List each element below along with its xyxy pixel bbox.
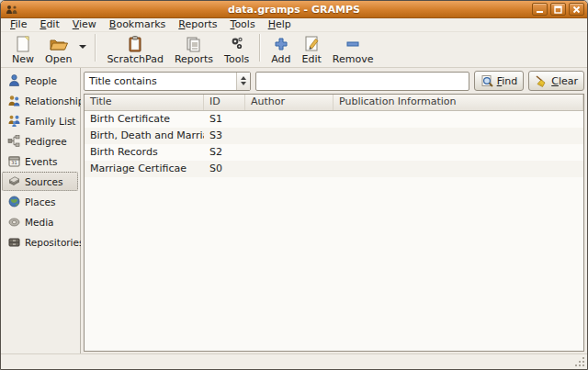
sidebar-item-label: People (25, 75, 57, 86)
cell-id: S2 (204, 144, 245, 161)
resize-grip[interactable] (574, 356, 585, 367)
cell-title: Birth Certificate (85, 111, 204, 128)
close-icon (572, 6, 581, 14)
toolbar-separator (259, 34, 261, 62)
cell-title: Marriage Certificae (85, 161, 204, 177)
sidebar-item-relationships[interactable]: Relationships (2, 91, 78, 110)
minimize-icon (536, 6, 544, 14)
minimize-button[interactable] (532, 3, 548, 16)
edit-button-label: Edit (302, 53, 322, 65)
add-button[interactable]: Add (266, 33, 296, 66)
sidebar-item-label: Repositories (25, 237, 84, 248)
menu-edit[interactable]: Edit (33, 18, 65, 31)
menu-tools[interactable]: Tools (224, 18, 262, 31)
column-header-author[interactable]: Author (245, 95, 334, 110)
toolbar: New Open ScratchPad Reports Tools (1, 32, 587, 68)
reports-button[interactable]: Reports (169, 33, 219, 66)
sidebar-item-repositories[interactable]: Repositories (2, 232, 78, 252)
sidebar-item-family-list[interactable]: Family List (2, 111, 78, 130)
sources-table: Title ID Author Publication Information … (84, 94, 584, 352)
menu-view[interactable]: View (66, 18, 103, 31)
clear-button[interactable]: Clear (528, 71, 584, 91)
open-dropdown-button[interactable] (77, 34, 88, 60)
sidebar-item-label: Media (25, 217, 54, 228)
cell-title: Birth, Death and Marriage R... (85, 128, 204, 144)
remove-button[interactable]: Remove (327, 33, 379, 66)
remove-minus-icon (345, 35, 361, 53)
clear-button-label: Clear (551, 75, 578, 87)
cell-author (245, 111, 334, 128)
cell-id: S3 (204, 128, 245, 144)
sidebar-item-label: Relationships (25, 95, 89, 107)
sidebar-item-label: Family List (25, 116, 75, 127)
edit-pencil-icon (302, 35, 321, 53)
close-button[interactable] (569, 3, 584, 16)
table-row[interactable]: Marriage Certificae S0 (85, 161, 583, 177)
new-button-label: New (12, 53, 34, 65)
status-bar (1, 353, 587, 369)
cell-publication (334, 111, 583, 128)
scratchpad-button-label: ScratchPad (107, 53, 164, 65)
menu-file[interactable]: File (4, 18, 33, 31)
open-button[interactable]: Open (40, 33, 77, 66)
maximize-button[interactable] (550, 3, 566, 16)
filter-combo-value: Title contains (85, 75, 236, 87)
sidebar-item-label: Events (25, 156, 58, 167)
sidebar-item-label: Sources (25, 176, 63, 187)
scratchpad-button[interactable]: ScratchPad (101, 33, 169, 66)
menu-bookmarks[interactable]: Bookmarks (103, 18, 172, 31)
cell-author (245, 128, 334, 144)
titlebar[interactable]: data.gramps - GRAMPS (1, 1, 587, 18)
table-row[interactable]: Birth Records S2 (85, 144, 583, 161)
sources-view: Title contains Find Clear Title ID (81, 68, 587, 353)
open-folder-icon (49, 35, 69, 53)
find-button[interactable]: Find (474, 71, 525, 91)
sidebar-item-places[interactable]: Places (2, 192, 78, 211)
gramps-window: data.gramps - GRAMPS File Edit View Book… (0, 0, 588, 370)
menu-help[interactable]: Help (262, 18, 298, 31)
clear-broom-icon (535, 74, 548, 88)
toolbar-separator (95, 34, 96, 62)
maximize-icon (554, 6, 562, 14)
table-row[interactable]: Birth Certificate S1 (85, 111, 583, 128)
svg-text:31: 31 (11, 160, 17, 165)
filter-text-input[interactable] (255, 72, 469, 91)
sidebar-item-events[interactable]: 31 Events (2, 151, 78, 171)
filter-bar: Title contains Find Clear (81, 68, 587, 94)
globe-icon (7, 195, 21, 208)
app-window-icon (6, 4, 18, 16)
filter-combo[interactable]: Title contains (84, 72, 251, 91)
sidebar-item-label: Places (25, 196, 55, 207)
menu-reports[interactable]: Reports (172, 18, 223, 31)
cell-author (245, 144, 334, 161)
sidebar-item-pedigree[interactable]: Pedigree (2, 131, 78, 151)
tools-button[interactable]: Tools (219, 33, 254, 66)
column-header-publication[interactable]: Publication Information (334, 95, 583, 110)
view-sidebar: People Relationships Family List Pedigre… (1, 68, 81, 353)
remove-button-label: Remove (333, 53, 374, 65)
cell-publication (334, 161, 583, 177)
edit-button[interactable]: Edit (297, 33, 327, 66)
find-button-label: Find (497, 75, 518, 87)
person-icon (7, 73, 21, 87)
table-row[interactable]: Birth, Death and Marriage R... S3 (85, 128, 583, 144)
column-header-title[interactable]: Title (85, 95, 204, 110)
add-button-label: Add (271, 53, 290, 65)
add-plus-icon (273, 35, 289, 53)
cell-publication (334, 144, 583, 161)
cell-publication (334, 128, 583, 144)
pedigree-icon (7, 134, 21, 148)
column-header-id[interactable]: ID (204, 95, 245, 110)
new-document-icon (14, 35, 32, 53)
sidebar-item-sources[interactable]: Sources (2, 172, 78, 191)
reports-button-label: Reports (175, 53, 213, 65)
gears-icon (228, 35, 246, 53)
sidebar-item-media[interactable]: Media (2, 212, 78, 231)
window-title: data.gramps - GRAMPS (1, 4, 587, 16)
new-button[interactable]: New (6, 33, 40, 66)
chevron-down-icon (79, 45, 86, 49)
sidebar-item-people[interactable]: People (2, 71, 78, 90)
open-button-label: Open (45, 53, 72, 65)
combo-spinner-icon (236, 73, 250, 90)
cell-author (245, 161, 334, 177)
